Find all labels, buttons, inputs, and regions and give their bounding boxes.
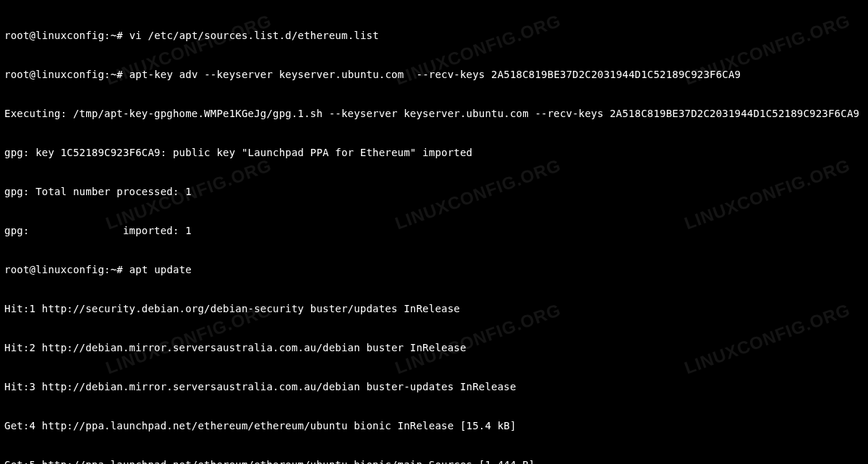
output-line: Hit:1 http://security.debian.org/debian-…	[4, 302, 864, 315]
prompt-user: root@linuxconfig	[4, 30, 104, 41]
prompt-line: root@linuxconfig:~# apt update	[4, 263, 864, 276]
terminal-window[interactable]: root@linuxconfig:~# vi /etc/apt/sources.…	[0, 0, 868, 464]
output-line: gpg: imported: 1	[4, 224, 864, 237]
command-text: apt-key adv --keyserver keyserver.ubuntu…	[129, 69, 741, 80]
prompt-symbol: #	[116, 69, 123, 80]
output-line: gpg: Total number processed: 1	[4, 185, 864, 198]
command-text: apt update	[129, 264, 192, 275]
output-line: Executing: /tmp/apt-key-gpghome.WMPe1KGe…	[4, 107, 864, 120]
prompt-line: root@linuxconfig:~# apt-key adv --keyser…	[4, 68, 864, 81]
prompt-line: root@linuxconfig:~# vi /etc/apt/sources.…	[4, 29, 864, 42]
output-line: Hit:2 http://debian.mirror.serversaustra…	[4, 341, 864, 354]
output-line: Hit:3 http://debian.mirror.serversaustra…	[4, 380, 864, 393]
prompt-user: root@linuxconfig	[4, 264, 104, 275]
prompt-user: root@linuxconfig	[4, 69, 104, 80]
prompt-symbol: #	[116, 264, 123, 275]
output-line: Get:5 http://ppa.launchpad.net/ethereum/…	[4, 458, 864, 464]
output-line: Get:4 http://ppa.launchpad.net/ethereum/…	[4, 419, 864, 432]
output-line: gpg: key 1C52189C923F6CA9: public key "L…	[4, 146, 864, 159]
prompt-symbol: #	[116, 30, 123, 41]
command-text: vi /etc/apt/sources.list.d/ethereum.list	[129, 30, 379, 41]
